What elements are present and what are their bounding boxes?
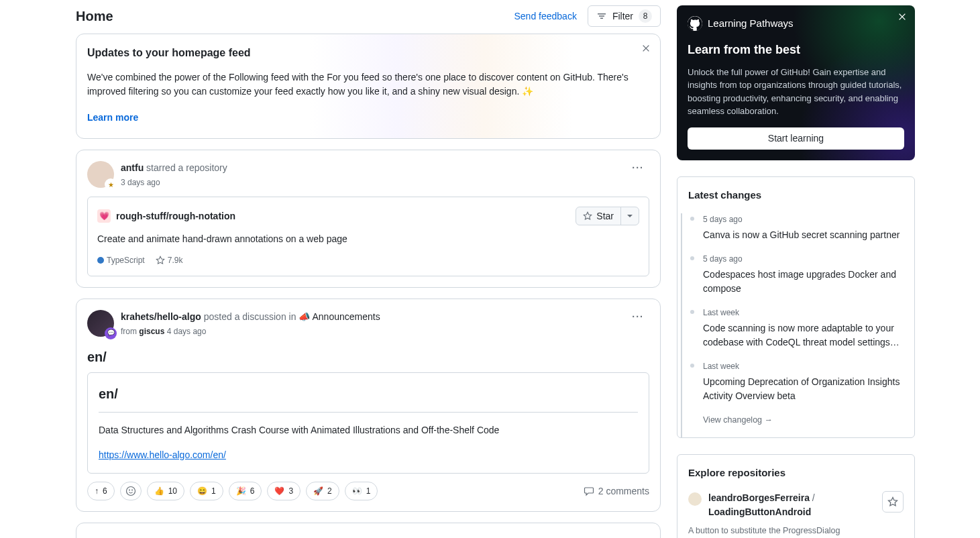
discussion-heading: en/ [99, 384, 638, 413]
reaction-thumbsup[interactable]: 👍10 [147, 482, 184, 500]
avatar[interactable] [87, 161, 114, 188]
change-timestamp: Last week [703, 307, 904, 319]
repo-name-link[interactable]: LoadingButtonAndroid [708, 506, 811, 517]
action-text: posted a discussion in [201, 311, 299, 322]
star-button-label: Star [596, 209, 614, 223]
svg-point-0 [126, 487, 135, 496]
notice-title: Updates to your homepage feed [87, 45, 649, 61]
comment-icon [584, 486, 594, 496]
change-link[interactable]: Codespaces host image upgrades Docker an… [703, 268, 904, 296]
learn-more-link[interactable]: Learn more [82, 108, 144, 127]
star-icon [156, 256, 165, 265]
star-badge-icon [105, 178, 117, 191]
change-timestamp: 5 days ago [703, 213, 904, 225]
change-timestamp: 5 days ago [703, 253, 904, 265]
repo-card: 💗 rough-stuff/rough-notation Star [87, 197, 649, 276]
notice-body: We've combined the power of the Followin… [87, 70, 649, 99]
add-reaction-button[interactable] [120, 482, 142, 500]
kebab-icon: ··· [632, 535, 644, 538]
repo-avatar-icon: 💗 [97, 209, 111, 223]
feed-update-notice: Updates to your homepage feed We've comb… [76, 34, 661, 139]
reaction-hooray[interactable]: 🎉6 [229, 482, 262, 500]
filter-button[interactable]: Filter 8 [588, 5, 661, 27]
upvote-button[interactable]: ↑ 6 [87, 482, 115, 500]
discussion-badge-icon [105, 327, 117, 339]
kebab-icon: ··· [632, 162, 644, 173]
separator: · [197, 535, 199, 538]
filter-label: Filter [612, 9, 633, 23]
upvote-icon: ↑ [95, 485, 99, 497]
discussion-body: Data Structures and Algorithms Crash Cou… [99, 423, 638, 437]
close-icon[interactable] [897, 12, 907, 21]
repo-description: A button to substitute the ProgressDialo… [688, 525, 904, 537]
change-link[interactable]: Canva is now a GitHub secret scanning pa… [703, 228, 904, 242]
promo-title: Learn from the best [688, 41, 904, 59]
change-link[interactable]: Upcoming Deprecation of Organization Ins… [703, 375, 904, 403]
more-menu-button[interactable]: ··· [627, 531, 649, 538]
start-learning-button[interactable]: Start learning [688, 127, 904, 150]
action-text: starred a repository [144, 162, 227, 173]
discussion-body-link[interactable]: https://www.hello-algo.com/en/ [99, 449, 226, 460]
category-link[interactable]: Announcements [312, 311, 380, 322]
more-menu-button[interactable]: ··· [627, 158, 649, 178]
github-mark-icon [688, 16, 702, 31]
chevron-down-icon [627, 213, 633, 219]
trending-label: Trending repositories [103, 535, 191, 538]
star-icon [887, 496, 898, 507]
timestamp: 3 days ago [121, 176, 627, 189]
feed-item-discussion: krahets/hello-algo posted a discussion i… [76, 299, 661, 512]
change-link[interactable]: Code scanning is now more adaptable to y… [703, 321, 904, 349]
star-button[interactable] [882, 491, 904, 513]
explore-panel: Explore repositories leandroBorgesFerrei… [677, 454, 915, 538]
change-timestamp: Last week [703, 360, 904, 372]
feed-item-trending: Trending repositories · See more ··· cum… [76, 523, 661, 538]
send-feedback-link[interactable]: Send feedback [514, 9, 576, 23]
discussion-title-link[interactable]: en/ [87, 347, 649, 367]
upvote-count: 6 [103, 485, 107, 497]
language-dot-icon [97, 257, 104, 264]
actor-link[interactable]: krahets/hello-algo [121, 311, 201, 322]
star-icon [583, 211, 592, 221]
actor-link[interactable]: antfu [121, 162, 144, 173]
promo-body: Unlock the full power of GitHub! Gain ex… [688, 66, 904, 118]
category-icon: 📣 [298, 311, 310, 322]
discussion-preview: en/ Data Structures and Algorithms Crash… [87, 372, 649, 474]
more-menu-button[interactable]: ··· [627, 307, 649, 327]
filter-icon [596, 11, 607, 21]
promo-logo-text: Learning Pathways [708, 16, 794, 32]
reaction-rocket[interactable]: 🚀2 [306, 482, 339, 500]
page-title: Home [76, 6, 514, 26]
from-label: from [121, 327, 139, 336]
filter-count-badge: 8 [639, 9, 652, 23]
comment-count: 2 comments [598, 484, 649, 498]
timestamp: 4 days ago [167, 327, 207, 336]
repo-description: Create and animate hand-drawn annotation… [97, 232, 639, 246]
view-changelog-link[interactable]: View changelog → [688, 414, 904, 427]
comments-link[interactable]: 2 comments [584, 484, 649, 498]
star-count[interactable]: 7.9k [168, 254, 183, 266]
svg-point-2 [131, 490, 133, 491]
latest-changes-panel: Latest changes 5 days ago Canva is now a… [677, 176, 915, 438]
reaction-eyes[interactable]: 👀1 [345, 482, 378, 500]
smiley-icon [125, 486, 136, 496]
star-dropdown-button[interactable] [621, 207, 639, 225]
avatar[interactable] [688, 492, 702, 506]
repo-name-link[interactable]: rough-stuff/rough-notation [116, 209, 576, 223]
see-more-link[interactable]: See more [205, 535, 246, 538]
feed-item-starred: antfu starred a repository 3 days ago ··… [76, 150, 661, 288]
panel-heading: Latest changes [677, 177, 914, 214]
learning-promo-banner: Learning Pathways Learn from the best Un… [677, 5, 915, 160]
avatar[interactable] [87, 310, 114, 337]
reaction-heart[interactable]: ❤️3 [267, 482, 301, 500]
reaction-laugh[interactable]: 😄1 [190, 482, 223, 500]
language-name: TypeScript [107, 256, 145, 265]
star-button[interactable]: Star [576, 207, 639, 225]
kebab-icon: ··· [632, 311, 644, 322]
repo-owner-link[interactable]: leandroBorgesFerreira [708, 492, 810, 503]
close-icon[interactable] [641, 44, 651, 53]
panel-heading: Explore repositories [677, 455, 914, 492]
from-repo-link[interactable]: giscus [139, 327, 164, 336]
svg-point-1 [129, 490, 130, 491]
